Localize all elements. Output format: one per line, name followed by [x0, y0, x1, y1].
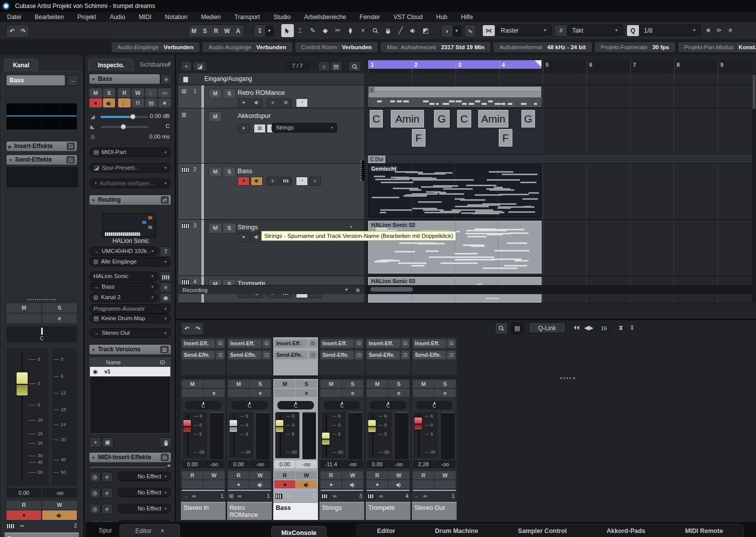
fader-cap[interactable] — [322, 433, 330, 445]
track-presets-select[interactable]: ◪Spur-Presets...▼ — [89, 163, 171, 173]
read-automation-button[interactable]: R — [274, 471, 295, 479]
pan-slider[interactable] — [100, 126, 148, 128]
volume-fader[interactable]: 605101520304000 — [7, 348, 49, 486]
listen-button[interactable]: L — [145, 88, 158, 97]
solo-button[interactable]: S — [103, 88, 116, 97]
clip-halion-sonic-02[interactable]: HALion Sonic 02 — [368, 221, 542, 274]
channel-name[interactable]: Strings — [319, 502, 364, 520]
volume-fader[interactable]: 60500 — [229, 412, 253, 458]
solo-button[interactable]: S — [250, 380, 271, 388]
edit-channel-button[interactable]: e — [296, 389, 317, 397]
midi-inserts-bypass-icon[interactable]: ⊟ — [161, 454, 169, 461]
mute-button[interactable]: M — [367, 380, 388, 388]
mute-button[interactable]: M — [208, 111, 222, 122]
menu-item-0[interactable]: Datei — [7, 14, 21, 21]
midi-inserts-header[interactable]: ▼MIDI-Insert-Effekte⊟ — [89, 453, 171, 462]
chord-event[interactable]: Amin — [478, 110, 508, 127]
send-bypass-icon[interactable]: ◳ — [355, 351, 363, 359]
channel-export-icon[interactable]: → — [67, 75, 79, 86]
record-enable-button[interactable] — [182, 480, 203, 488]
mixer-channel-stereo-out[interactable]: Insert-Eff.⊡ Send-Effe.◳ M S e C 60500 2 — [412, 337, 457, 479]
menu-item-7[interactable]: Transport — [235, 14, 260, 21]
insert-rack-label[interactable]: Insert-Eff. — [228, 339, 261, 348]
channel-name[interactable]: Trompete — [366, 502, 410, 520]
peak-value[interactable]: -oo — [435, 460, 456, 468]
monitor-button[interactable] — [103, 98, 116, 107]
send-bypass-icon[interactable]: ◳ — [66, 156, 75, 164]
color-tool[interactable]: ◩ — [419, 24, 432, 37]
routing-header[interactable]: ▼Routing⇄ — [89, 195, 171, 205]
vertical-scrollbar[interactable] — [752, 73, 756, 303]
peak-value[interactable]: -oo — [388, 460, 409, 468]
status-segment-4[interactable]: Aufnahmeformat48 kHz - 24 bit — [493, 42, 592, 52]
mute-button[interactable]: M — [208, 88, 222, 99]
record-enable-button[interactable]: ● — [320, 480, 342, 488]
automation-panel-button[interactable]: A — [233, 26, 244, 37]
edit-channel-button[interactable]: e — [250, 389, 271, 397]
monitor-button[interactable] — [388, 480, 409, 488]
channel-name[interactable]: Stereo In — [181, 502, 226, 520]
send-bypass-icon[interactable]: ◳ — [308, 351, 317, 359]
peak-value[interactable]: -oo — [296, 460, 317, 468]
inserts-divider-arrow[interactable]: ◀ — [167, 463, 170, 468]
fader-db-value[interactable]: -11.4 — [320, 460, 342, 468]
peak-value[interactable]: -oo — [42, 488, 77, 497]
solo-button[interactable]: S — [223, 167, 236, 177]
monitor-button[interactable] — [251, 98, 263, 107]
pan-value[interactable]: C — [149, 123, 170, 129]
solo-all-button[interactable]: S — [199, 26, 210, 37]
search-tracks-icon[interactable] — [348, 61, 361, 71]
write-automation-button[interactable]: W — [203, 471, 225, 479]
edit-channel-button[interactable]: e — [435, 389, 456, 397]
footer-collapse-icon[interactable]: ▼ — [345, 286, 349, 295]
menu-item-10[interactable]: Fenster — [360, 14, 380, 21]
read-automation-button[interactable]: R — [7, 501, 41, 509]
pan-control[interactable]: C — [231, 401, 268, 410]
add-track-button[interactable]: + — [181, 61, 192, 71]
edit-icon[interactable]: e — [101, 488, 113, 498]
volume-fader[interactable]: 60500 — [183, 412, 207, 458]
track-row-bass[interactable]: 2 MS Bass ● e ◔ ≡ — [178, 164, 364, 220]
plugin-thumbnail[interactable] — [102, 213, 156, 237]
write-automation-button[interactable]: W — [42, 501, 77, 509]
chord-event[interactable]: F — [499, 129, 512, 147]
midi-channel-select[interactable]: ◍Kanal 2▼ — [89, 293, 158, 302]
power-icon[interactable]: ◎ — [89, 472, 100, 482]
key-editor-icon[interactable] — [280, 177, 292, 186]
bank-size-value[interactable]: 16 — [595, 323, 613, 333]
solo-button[interactable]: S — [435, 380, 456, 388]
read-automation-button[interactable]: R — [182, 471, 203, 479]
read-automation-button[interactable]: R — [413, 471, 434, 479]
scrub-dropdown[interactable]: ▼ — [453, 26, 461, 37]
record-enable-button[interactable]: ● — [238, 177, 250, 186]
zoom-full-icon[interactable]: ⧗ — [615, 322, 627, 333]
mute-button[interactable]: M — [7, 303, 41, 313]
track-filter-icon[interactable]: ▤ — [330, 61, 342, 71]
clip-retro-romance[interactable]: 1 — [368, 86, 542, 107]
solo-button[interactable]: S — [42, 303, 77, 313]
tab-editor[interactable]: Editor — [377, 527, 395, 534]
mute-button[interactable]: M — [89, 88, 102, 97]
pan-control[interactable]: C — [7, 326, 77, 342]
pan-control[interactable]: C — [323, 401, 360, 410]
menu-item-8[interactable]: Studio — [273, 14, 290, 21]
tab-inspector[interactable]: Inspecto. — [88, 59, 134, 71]
track-versions-icon[interactable]: ◔ — [296, 177, 308, 186]
chord-event[interactable]: G — [434, 110, 450, 127]
effect-select[interactable]: No Effect▼ — [118, 472, 171, 481]
read-automation-button[interactable]: R — [228, 471, 249, 479]
menu-item-3[interactable]: Audio — [110, 14, 125, 21]
tab-spur[interactable]: Spur — [90, 524, 121, 537]
insert-rack-label[interactable]: Insert-Eff. — [367, 339, 400, 348]
fader-cap[interactable] — [183, 420, 191, 432]
track-name-dropdown[interactable]: ▼ — [349, 225, 353, 229]
solo-button[interactable] — [203, 380, 225, 388]
fader-db-value[interactable]: 2.28 — [413, 460, 434, 468]
inspector-menu-icon[interactable]: ≡ — [168, 60, 171, 66]
menu-item-9[interactable]: Arbeitsbereiche — [304, 14, 346, 21]
write-all-button[interactable]: W — [222, 26, 233, 37]
chord-event[interactable]: C — [370, 110, 383, 127]
track-preset-button[interactable]: ◪ — [193, 61, 207, 71]
write-automation-button[interactable]: W — [388, 471, 409, 479]
duplicate-version-button[interactable]: ▣ — [101, 437, 114, 448]
